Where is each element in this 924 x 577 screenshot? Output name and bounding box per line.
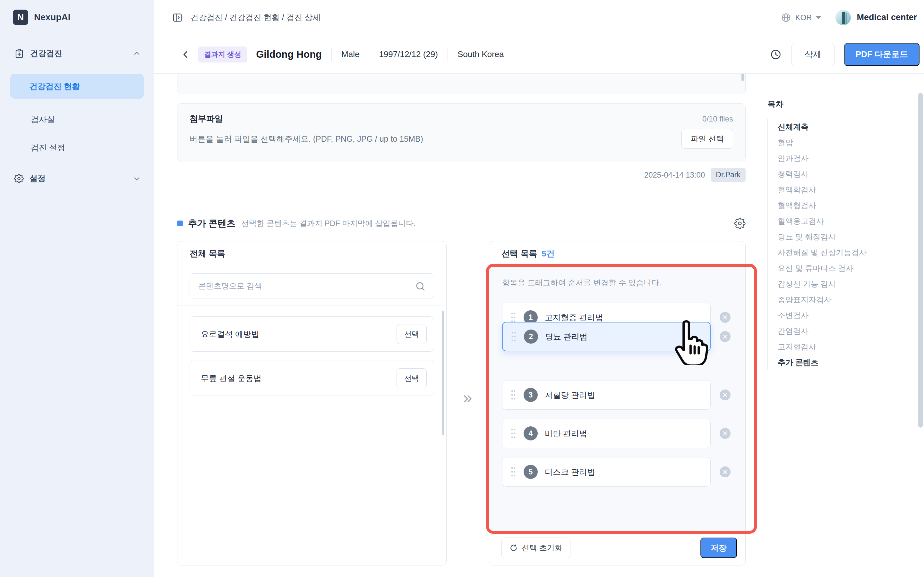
back-button[interactable]	[181, 50, 191, 59]
delete-button[interactable]: 삭제	[792, 43, 835, 66]
toc-item[interactable]: 혈액응고검사	[778, 213, 915, 229]
save-button[interactable]: 저장	[700, 538, 737, 558]
toc-item[interactable]: 신체계측	[778, 119, 915, 135]
remove-button[interactable]	[720, 466, 730, 477]
sidebar-item-checkup-status[interactable]: 건강검진 현황	[10, 74, 144, 99]
language-selector[interactable]: KOR	[795, 13, 812, 22]
logo-icon: N	[13, 10, 28, 25]
file-select-button[interactable]: 파일 선택	[682, 129, 733, 149]
toc-item-active[interactable]: 추가 콘텐츠	[778, 355, 915, 370]
patient-birth: 1997/12/12 (29)	[379, 49, 438, 59]
patient-sex: Male	[341, 49, 359, 59]
toc-item[interactable]: 안과검사	[778, 150, 915, 166]
toc-item[interactable]: 사전해질 및 신장기능검사	[778, 245, 915, 260]
drag-handle-icon[interactable]	[511, 466, 516, 478]
move-right-icon	[461, 392, 475, 406]
order-badge: 3	[523, 388, 538, 402]
sidebar-item-checkup-settings[interactable]: 검진 설정	[31, 141, 65, 154]
selected-item-row: 5 디스크 관리법	[502, 457, 730, 487]
selected-item-row: 4 비만 관리법	[502, 419, 730, 448]
history-clock-icon[interactable]	[770, 48, 782, 61]
previous-section-card	[177, 74, 746, 94]
selected-item-label: 당뇨 관리법	[545, 332, 588, 342]
remove-button[interactable]	[720, 312, 730, 323]
card-scrollbar[interactable]	[741, 74, 744, 81]
selected-item[interactable]: 4 비만 관리법	[502, 419, 711, 448]
caret-down-icon[interactable]	[816, 16, 821, 19]
selected-item-row: 3 저혈당 관리법	[502, 380, 730, 410]
section-subtitle: 선택한 콘텐츠는 결과지 PDF 마지막에 삽입됩니다.	[241, 218, 416, 229]
content-panels: 전체 목록 요로결석 예방법 선택 무릎 관절 운동법 선택	[177, 241, 746, 566]
sidebar-group-checkup[interactable]: 건강검진	[14, 48, 141, 59]
hand-cursor-icon	[669, 320, 708, 365]
gear-icon	[14, 174, 24, 183]
extra-content-header: 추가 콘텐츠 선택한 콘텐츠는 결과지 PDF 마지막에 삽입됩니다.	[177, 218, 746, 229]
search-area	[178, 266, 446, 306]
toc-item[interactable]: 청력검사	[778, 166, 915, 182]
patient-header: 결과지 생성 Gildong Hong Male 1997/12/12 (29)…	[154, 35, 924, 74]
section-gear-icon[interactable]	[734, 218, 746, 229]
remove-button[interactable]	[720, 390, 730, 400]
selected-item[interactable]: 3 저혈당 관리법	[502, 380, 711, 410]
toc-item[interactable]: 종양표지자검사	[778, 292, 915, 308]
attachments-title: 첨부파일	[190, 113, 223, 124]
remove-button[interactable]	[720, 331, 730, 342]
panel-toggle-icon[interactable]	[172, 12, 183, 23]
remove-button[interactable]	[720, 428, 730, 439]
attachments-count: 0/10 files	[702, 114, 733, 123]
select-button[interactable]: 선택	[397, 324, 427, 344]
toc-item[interactable]: 간염검사	[778, 323, 915, 339]
selected-item-label: 저혈당 관리법	[545, 390, 595, 400]
selected-list-title: 선택 목록	[501, 248, 537, 259]
account-name[interactable]: Medical center	[857, 13, 917, 23]
selected-content-panel: 선택 목록 5건 항목을 드래그하여 순서를 변경할 수 있습니다. 1 고지혈…	[489, 241, 746, 566]
list-item-label: 요로결석 예방법	[201, 329, 397, 340]
search-input[interactable]	[190, 274, 434, 298]
drag-handle-icon[interactable]	[511, 389, 516, 401]
selected-item-label: 비만 관리법	[545, 428, 587, 439]
select-button[interactable]: 선택	[397, 368, 427, 388]
globe-icon	[781, 13, 791, 23]
selected-item-label: 디스크 관리법	[545, 467, 595, 477]
toc-title: 목차	[767, 99, 915, 109]
toc-item[interactable]: 고지혈검사	[778, 339, 915, 355]
top-bar: 건강검진 / 건강검진 현황 / 검진 상세 KOR Medical cente…	[154, 0, 924, 35]
toc-item[interactable]: 소변검사	[778, 308, 915, 323]
pdf-download-button[interactable]: PDF 다운로드	[844, 43, 919, 66]
toc-item[interactable]: 요산 및 류마티스 검사	[778, 260, 915, 276]
all-list-title: 전체 목록	[178, 242, 446, 266]
brand-logo[interactable]: N NexupAI	[13, 10, 71, 25]
attachments-card: 첨부파일 0/10 files 버튼을 눌러 파일을 선택해주세요. (PDF,…	[177, 103, 746, 162]
chevron-up-icon	[132, 49, 141, 58]
sidebar-group-label: 건강검진	[30, 48, 62, 59]
sidebar-settings-label: 설정	[29, 173, 45, 184]
patient-name: Gildong Hong	[256, 49, 322, 60]
author-badge: Dr.Park	[711, 168, 746, 182]
attachments-hint: 버튼을 눌러 파일을 선택해주세요. (PDF, PNG, JPG / up t…	[190, 134, 423, 144]
sidebar-item-settings[interactable]: 설정	[14, 173, 141, 184]
order-badge: 4	[523, 426, 538, 440]
all-content-panel: 전체 목록 요로결석 예방법 선택 무릎 관절 운동법 선택	[177, 241, 447, 566]
breadcrumb: 건강검진 / 건강검진 현황 / 검진 상세	[191, 12, 321, 23]
sidebar-item-lab[interactable]: 검사실	[31, 113, 55, 126]
status-badge: 결과지 생성	[198, 47, 247, 63]
toc-item[interactable]: 혈액학검사	[778, 182, 915, 197]
account-avatar[interactable]	[835, 10, 851, 25]
toc-item[interactable]: 혈압	[778, 135, 915, 150]
toc-item[interactable]: 갑상선 기능 검사	[778, 276, 915, 292]
page-scrollbar[interactable]	[918, 93, 923, 428]
all-content-list: 요로결석 예방법 선택 무릎 관절 운동법 선택	[178, 306, 446, 396]
list-scrollbar[interactable]	[442, 311, 444, 435]
refresh-icon	[509, 544, 518, 552]
order-badge: 2	[524, 330, 538, 343]
patient-country: South Korea	[457, 49, 504, 59]
chevron-down-icon	[132, 174, 141, 183]
toc-item[interactable]: 혈액형검사	[778, 197, 915, 213]
toc-item[interactable]: 당뇨 및 췌장검사	[778, 229, 915, 245]
reset-selection-button[interactable]: 선택 초기화	[501, 538, 570, 558]
selected-item[interactable]: 5 디스크 관리법	[502, 457, 711, 487]
drag-handle-icon[interactable]	[511, 427, 516, 440]
drag-handle-icon[interactable]	[511, 330, 516, 343]
selected-list-count: 5건	[541, 248, 554, 259]
section-bullet	[177, 221, 183, 226]
